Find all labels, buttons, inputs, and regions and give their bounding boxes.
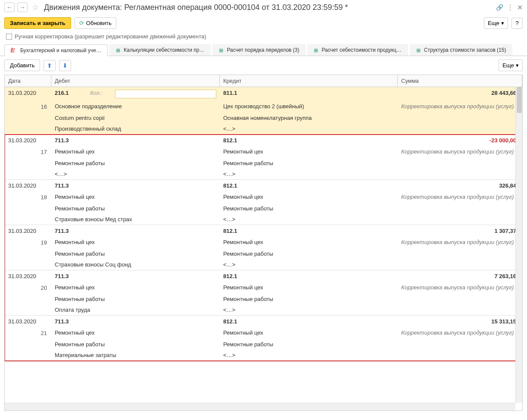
row-note: Корректировка выпуска продукции (услуг) <box>398 146 522 158</box>
debit-sub: Ремонтный цех <box>51 237 220 248</box>
move-up-button[interactable]: ⬆ <box>44 60 56 71</box>
cell-credit: 812.1 <box>220 135 398 146</box>
row-note <box>398 203 522 214</box>
tab-0[interactable]: Дт КтБухгалтерский и налоговый уче… <box>4 44 108 56</box>
tab-3[interactable]: ▦Расчет себестоимости продукц… <box>307 44 408 56</box>
table-row[interactable]: 31.03.2020711.3812.11 307,3719Ремонтный … <box>5 225 522 270</box>
more-button[interactable]: Еще▾ <box>484 17 508 29</box>
chevron-down-icon: ▾ <box>516 62 519 69</box>
cell-idx: 18 <box>5 191 51 203</box>
cell-idx: 21 <box>5 327 51 339</box>
row-note <box>398 304 522 315</box>
tab-label: Расчет себестоимости продукц… <box>321 47 401 53</box>
favorite-star-icon[interactable]: ☆ <box>32 3 39 12</box>
cell-idx: 17 <box>5 146 51 158</box>
refresh-button[interactable]: ⟳Обновить <box>75 17 116 29</box>
cell-debit: 711.3 <box>51 135 220 146</box>
debit-sub: Ремонтные работы <box>51 339 220 350</box>
cell-date: 31.03.2020 <box>5 316 51 327</box>
cell-debit: 711.3 <box>51 225 220 237</box>
kebab-menu-icon[interactable]: ⋮ <box>507 3 514 12</box>
cell-idx <box>5 294 51 304</box>
col-credit[interactable]: Кредит <box>220 75 398 87</box>
cell-idx <box>5 339 51 350</box>
cell-date: 31.03.2020 <box>5 270 51 282</box>
table-row[interactable]: 31.03.2020711.3812.1-23 000,0017Ремонтны… <box>5 135 522 180</box>
table-row[interactable]: 31.03.2020711.3812.1326,8418Ремонтный це… <box>5 180 522 225</box>
row-note: Корректировка выпуска продукции (услуг) <box>398 101 522 113</box>
move-down-button[interactable]: ⬇ <box>59 60 71 71</box>
credit-sub: Ремонтные работы <box>220 294 398 304</box>
row-note: Корректировка выпуска продукции (услуг) <box>398 282 522 294</box>
cell-debit: 711.3 <box>51 270 220 282</box>
cell-sum: 28 443,66 <box>398 87 522 101</box>
cell-sum: -23 000,00 <box>398 135 522 146</box>
cell-idx: 19 <box>5 237 51 248</box>
tab-label: Структура стоимости запасов (15) <box>424 47 506 53</box>
link-icon[interactable]: 🔗 <box>496 4 503 11</box>
nav-back-button[interactable]: ← <box>4 3 15 12</box>
credit-sub: <…> <box>220 169 398 179</box>
debit-sub: Материальные затраты <box>51 350 220 360</box>
cell-sum: 326,84 <box>398 180 522 191</box>
row-note: Корректировка выпуска продукции (услуг) <box>398 237 522 248</box>
debit-sub: Ремонтный цех <box>51 282 220 294</box>
cell-idx <box>5 214 51 225</box>
credit-sub: Оснавная номенклатурная группа <box>220 113 398 123</box>
credit-sub: <…> <box>220 123 398 134</box>
grid-icon: ▦ <box>116 47 121 53</box>
debit-sub: Оплата труда <box>51 304 220 315</box>
vertical-scrollbar[interactable] <box>515 87 522 403</box>
tab-label: Калькуляции себестоимости пр… <box>124 47 204 53</box>
cell-idx <box>5 350 51 360</box>
add-button[interactable]: Добавить <box>4 60 40 71</box>
cell-idx <box>5 158 51 169</box>
table-row[interactable]: 31.03.2020711.3812.115 313,1521Ремонтный… <box>5 316 522 361</box>
debit-sub: Основное подразделение <box>51 101 220 113</box>
debit-sub: Страховые взносы Мед страх <box>51 214 220 225</box>
cell-idx: 20 <box>5 282 51 294</box>
tab-2[interactable]: ▦Расчет порядка переделов (3) <box>212 44 306 56</box>
credit-sub: Ремонтный цех <box>220 237 398 248</box>
col-date[interactable]: Дата <box>5 75 51 87</box>
manual-edit-checkbox[interactable] <box>6 34 12 40</box>
tab-4[interactable]: ▦Структура стоимости запасов (15) <box>410 44 513 56</box>
row-note: Корректировка выпуска продукции (услуг) <box>398 191 522 203</box>
cell-debit: 216.1Кол.: <box>51 87 220 101</box>
cell-idx <box>5 203 51 214</box>
credit-sub: Ремонтные работы <box>220 203 398 214</box>
credit-sub: Ремонтные работы <box>220 158 398 169</box>
nav-forward-button[interactable]: → <box>17 3 28 12</box>
debit-sub: Ремонтные работы <box>51 158 220 169</box>
save-close-button[interactable]: Записать и закрыть <box>4 17 71 29</box>
col-debit[interactable]: Дебет <box>51 75 220 87</box>
row-note <box>398 123 522 134</box>
col-sum[interactable]: Сумма <box>398 75 522 87</box>
submore-button[interactable]: Еще▾ <box>499 60 523 71</box>
help-button[interactable]: ? <box>511 18 523 29</box>
debit-sub: Ремонтные работы <box>51 248 220 259</box>
cell-credit: 812.1 <box>220 225 398 237</box>
cell-date: 31.03.2020 <box>5 87 51 101</box>
row-note <box>398 113 522 123</box>
close-icon[interactable]: ✕ <box>517 3 523 12</box>
cell-sum: 7 263,16 <box>398 270 522 282</box>
tab-label: Бухгалтерский и налоговый уче… <box>20 47 101 53</box>
horizontal-scrollbar[interactable] <box>5 403 515 411</box>
credit-sub: Ремонтный цех <box>220 327 398 339</box>
cell-idx <box>5 123 51 134</box>
table-row[interactable]: 31.03.2020216.1Кол.:811.128 443,6616Осно… <box>5 87 522 135</box>
table-row[interactable]: 31.03.2020711.3812.17 263,1620Ремонтный … <box>5 270 522 316</box>
cell-date: 31.03.2020 <box>5 225 51 237</box>
tab-1[interactable]: ▦Калькуляции себестоимости пр… <box>109 44 211 56</box>
row-note <box>398 294 522 304</box>
manual-edit-label: Ручная корректировка (разрешает редактир… <box>15 33 206 40</box>
credit-sub: Ремонтный цех <box>220 146 398 158</box>
cell-sum: 1 307,37 <box>398 225 522 237</box>
cell-debit: 711.3 <box>51 316 220 327</box>
debit-sub: Ремонтный цех <box>51 146 220 158</box>
qty-input[interactable] <box>115 90 216 98</box>
credit-sub: <…> <box>220 304 398 315</box>
debit-sub: Ремонтный цех <box>51 191 220 203</box>
cell-credit: 812.1 <box>220 316 398 327</box>
